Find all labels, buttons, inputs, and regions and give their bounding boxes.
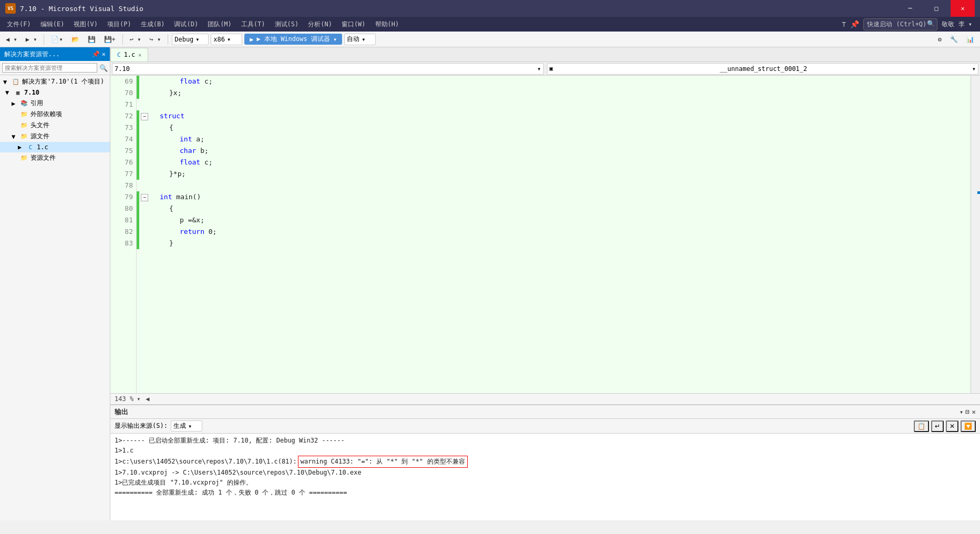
- editor-scrollbar[interactable]: [971, 76, 980, 393]
- code-line-79: − int main(): [141, 191, 971, 203]
- platform-dropdown[interactable]: x86 ▾: [211, 34, 242, 45]
- warning-box: warning C4133: "=": 从 "*" 到 "*" 的类型不兼容: [298, 456, 468, 468]
- sidebar-item-headers[interactable]: 📁 头文件: [0, 120, 110, 131]
- user-label[interactable]: 敬敬 李 ▾: [942, 20, 972, 29]
- maximize-button[interactable]: □: [924, 0, 948, 17]
- open-button[interactable]: 📂: [68, 35, 82, 44]
- sidebar-item-project[interactable]: ▼ ■ 7.10: [0, 87, 110, 98]
- output-line-4: 1>7.10.vcxproj -> C:\Users\14052\source\…: [115, 468, 976, 478]
- output-close-icon[interactable]: ✕: [972, 408, 976, 416]
- code-line-75: char b;: [141, 145, 971, 157]
- new-button[interactable]: 📄▾: [48, 35, 66, 44]
- sidebar-item-1c[interactable]: ▶ C 1.c: [0, 142, 110, 152]
- zoom-chevron[interactable]: ▾: [137, 395, 140, 403]
- wrap-output-btn[interactable]: ↵: [931, 420, 944, 432]
- window-controls: ─ □ ✕: [898, 0, 975, 17]
- code-line-70: }x;: [141, 87, 971, 99]
- menu-view[interactable]: 视图(V): [69, 18, 102, 31]
- show-source-label: 显示输出来源(S):: [115, 422, 168, 430]
- ext-deps-label: 外部依赖项: [30, 110, 62, 119]
- title-bar: VS 7.10 - Microsoft Visual Studio ─ □ ✕: [0, 0, 980, 17]
- back-button[interactable]: ◀ ▾: [3, 35, 20, 44]
- app-icon: VS: [5, 3, 16, 14]
- menu-file[interactable]: 文件(F): [3, 18, 35, 31]
- sidebar-search-bar: 🔍: [0, 61, 110, 75]
- source-label: 源文件: [30, 132, 49, 141]
- sidebar-item-solution[interactable]: ▼ 📋 解决方案'7.10'(1 个项目): [0, 76, 110, 87]
- clear-output-btn[interactable]: ✕: [946, 420, 958, 432]
- code-line-77: }*p;: [141, 168, 971, 180]
- menu-team[interactable]: 团队(M): [203, 18, 236, 31]
- sidebar-pin-icon[interactable]: 📌: [92, 50, 100, 58]
- nav-scope-value: 7.10: [115, 65, 130, 73]
- toolbar-extra3[interactable]: 📊: [963, 35, 977, 44]
- tab-close-icon[interactable]: ✕: [138, 52, 141, 58]
- minimize-button[interactable]: ─: [898, 0, 922, 17]
- output-content: 1>------ 已启动全部重新生成: 项目: 7.10, 配置: Debug …: [110, 434, 980, 520]
- code-line-73: {: [141, 122, 971, 134]
- output-line3-prefix: 1>c:\users\14052\source\repos\7.10\7.10\…: [115, 457, 297, 467]
- output-pin-icon[interactable]: ▾: [960, 408, 963, 416]
- output-line-3: 1>c:\users\14052\source\repos\7.10\7.10\…: [115, 456, 976, 468]
- menu-edit[interactable]: 编辑(E): [36, 18, 69, 31]
- forward-button[interactable]: ▶ ▾: [23, 35, 40, 44]
- sidebar-close-icon[interactable]: ✕: [102, 50, 106, 58]
- sidebar-search-icon[interactable]: 🔍: [99, 64, 108, 72]
- close-button[interactable]: ✕: [951, 0, 975, 17]
- source-icon: 📁: [20, 132, 28, 141]
- ext-deps-icon: 📁: [20, 110, 28, 119]
- menu-test[interactable]: 测试(S): [271, 18, 303, 31]
- menu-build[interactable]: 生成(B): [137, 18, 169, 31]
- toggle-output-btn[interactable]: 🔽: [961, 420, 976, 432]
- sidebar-item-ext-deps[interactable]: 📁 外部依赖项: [0, 109, 110, 120]
- menu-analyze[interactable]: 分析(N): [304, 18, 336, 31]
- nav-member-chevron: ▾: [972, 65, 976, 73]
- code-content[interactable]: float c; }x; − struct: [137, 76, 971, 393]
- menu-help[interactable]: 帮助(H): [371, 18, 404, 31]
- code-line-80: {: [141, 203, 971, 214]
- collapse-button-72[interactable]: −: [141, 113, 148, 120]
- menu-bar: 文件(F) 编辑(E) 视图(V) 项目(P) 生成(B) 调试(D) 团队(M…: [0, 17, 980, 32]
- nav-bar: 7.10 ▾ ▣ __unnamed_struct_0001_2 ▾: [110, 62, 980, 76]
- main-layout: 解决方案资源管... 📌 ✕ 🔍 ▼ 📋 解决方案'7.10'(1 个项目) ▼…: [0, 47, 980, 520]
- debug-config-dropdown[interactable]: Debug ▾: [172, 34, 209, 45]
- run-button[interactable]: ▶ ▶ 本地 Windows 调试器 ▾: [244, 34, 342, 45]
- sidebar-item-source[interactable]: ▼ 📁 源文件: [0, 131, 110, 142]
- menu-window[interactable]: 窗口(W): [337, 18, 370, 31]
- nav-scope-chevron: ▾: [537, 65, 541, 73]
- toolbar-extra2[interactable]: 🔧: [947, 35, 961, 44]
- code-line-81: p =&x;: [141, 214, 971, 226]
- toolbar-extra1[interactable]: ⚙️: [935, 35, 945, 44]
- redo-button[interactable]: ↪ ▾: [147, 35, 164, 44]
- collapse-button-79[interactable]: −: [141, 194, 148, 201]
- undo-button[interactable]: ↩ ▾: [127, 35, 145, 44]
- menu-debug[interactable]: 调试(D): [170, 18, 202, 31]
- output-dock-icon[interactable]: ⊟: [965, 408, 969, 416]
- code-line-71: [141, 99, 971, 110]
- sidebar-title: 解决方案资源管...: [4, 50, 60, 59]
- sidebar-item-refs[interactable]: ▶ 📚 引用: [0, 98, 110, 109]
- struct-icon: ▣: [550, 65, 553, 72]
- refs-label: 引用: [30, 99, 43, 108]
- tab-1c[interactable]: C 1.c ✕: [110, 48, 148, 61]
- sidebar-search-input[interactable]: [2, 63, 97, 73]
- copy-output-btn[interactable]: 📋: [914, 420, 929, 432]
- project-icon: ■: [14, 88, 22, 97]
- menu-project[interactable]: 项目(P): [103, 18, 136, 31]
- zoom-level: 143 %: [115, 395, 133, 403]
- nav-member-dropdown[interactable]: ▣ __unnamed_struct_0001_2 ▾: [547, 63, 979, 75]
- menu-tools[interactable]: 工具(T): [237, 18, 270, 31]
- auto-dropdown[interactable]: 自动 ▾: [344, 34, 376, 45]
- separator: [44, 34, 44, 45]
- scroll-left-btn[interactable]: ◀: [146, 395, 149, 403]
- output-source-dropdown[interactable]: 生成 ▾: [171, 420, 202, 432]
- quick-launch[interactable]: 快速启动 (Ctrl+Q) 🔍: [863, 18, 937, 30]
- resources-label: 资源文件: [30, 153, 56, 162]
- nav-scope-dropdown[interactable]: 7.10 ▾: [112, 63, 544, 75]
- save-button[interactable]: 💾: [85, 35, 99, 44]
- save-all-button[interactable]: 💾+: [101, 35, 119, 44]
- headers-label: 头文件: [30, 121, 49, 130]
- sidebar-item-resources[interactable]: 📁 资源文件: [0, 152, 110, 163]
- code-editor: 69 70 71 72 73 74 75 76 77 78 79 80 81 8…: [110, 76, 980, 393]
- source-value: 生成: [173, 422, 186, 430]
